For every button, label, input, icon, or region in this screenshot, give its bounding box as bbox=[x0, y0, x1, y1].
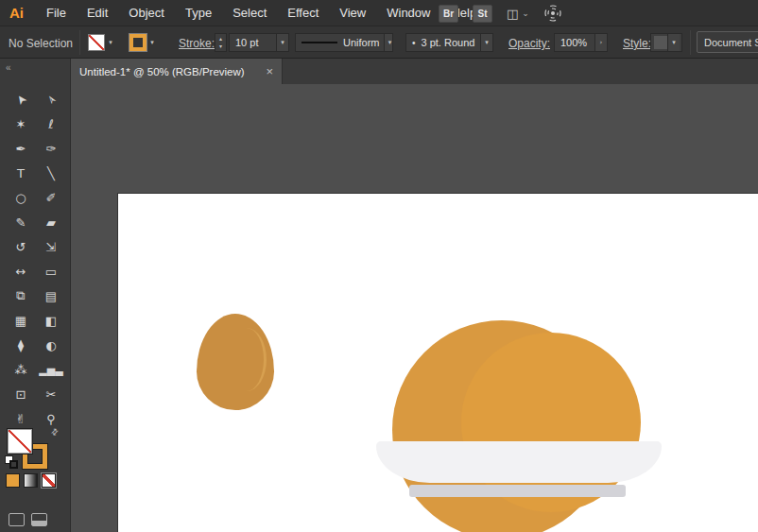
width-tool[interactable]: ↔ bbox=[6, 259, 36, 283]
artboard-tool[interactable]: ⊡ bbox=[6, 382, 36, 406]
control-bar: No Selection ▾ ▾ Stroke: ▴ ▾ 10 pt ▾ Uni… bbox=[0, 26, 758, 59]
free-transform-tool[interactable]: ▭ bbox=[36, 259, 66, 283]
stroke-weight-field[interactable]: 10 pt ▾ bbox=[229, 33, 289, 52]
stepper-up-icon[interactable]: ▴ bbox=[219, 35, 222, 43]
gradient-tool[interactable]: ◧ bbox=[36, 308, 66, 333]
tool-grid: ➤ ➢ ✶ ℓ ✒ ✑ T ╲ ○ ✐ ✎ ▰ ↺ ⇲ ↔ ▭ ⧉ ▤ ▦ ◧ … bbox=[6, 87, 66, 431]
egg-highlight bbox=[226, 328, 267, 391]
plate-shape[interactable] bbox=[376, 441, 662, 483]
canvas-pasteboard bbox=[71, 84, 758, 532]
fill-swatch-none[interactable] bbox=[88, 34, 105, 51]
close-icon[interactable]: × bbox=[266, 65, 273, 77]
hand-tool[interactable]: ✌ bbox=[6, 406, 36, 431]
line-segment-tool[interactable]: ╲ bbox=[36, 161, 66, 185]
workspace-icon: ◫ bbox=[507, 7, 518, 21]
bridge-button[interactable]: Br bbox=[439, 5, 458, 23]
menu-file[interactable]: File bbox=[36, 0, 77, 26]
menu-object[interactable]: Object bbox=[118, 0, 175, 26]
chevron-down-icon[interactable]: ▾ bbox=[276, 34, 288, 51]
chevron-down-icon[interactable]: ▾ bbox=[146, 34, 158, 51]
perspective-grid-tool[interactable]: ▤ bbox=[36, 283, 66, 308]
menu-items: File Edit Object Type Select Effect View… bbox=[36, 0, 487, 26]
menu-bar: Ai File Edit Object Type Select Effect V… bbox=[0, 0, 758, 26]
opacity-value[interactable]: 100% bbox=[555, 37, 594, 48]
style-label[interactable]: Style: bbox=[623, 37, 651, 50]
mesh-tool[interactable]: ▦ bbox=[6, 308, 36, 333]
plate-base-shape[interactable] bbox=[409, 485, 626, 497]
width-profile-value: Uniform bbox=[337, 37, 384, 48]
panel-arrow-icon[interactable]: › bbox=[594, 34, 607, 51]
symbol-sprayer-tool[interactable]: ⁂ bbox=[6, 357, 36, 382]
chevron-down-icon[interactable]: ▾ bbox=[384, 34, 393, 51]
menu-window[interactable]: Window bbox=[376, 0, 440, 26]
width-profile-preview bbox=[301, 42, 337, 43]
document-tab-bar: Untitled-1* @ 50% (RGB/Preview) × bbox=[71, 59, 758, 84]
curvature-tool[interactable]: ✑ bbox=[36, 136, 66, 161]
fill-color-proxy[interactable] bbox=[8, 429, 32, 454]
divider bbox=[690, 30, 691, 55]
direct-selection-tool-icon: ➢ bbox=[43, 91, 60, 108]
selection-tool-icon: ➤ bbox=[12, 91, 30, 108]
width-profile-dropdown[interactable]: Uniform ▾ bbox=[295, 33, 393, 52]
eyedropper-tool[interactable]: ⧫ bbox=[6, 333, 36, 357]
menu-effect[interactable]: Effect bbox=[277, 0, 329, 26]
screen-mode-icon[interactable] bbox=[31, 513, 47, 526]
chevron-down-icon[interactable]: ▾ bbox=[105, 34, 116, 51]
menu-select[interactable]: Select bbox=[222, 0, 277, 26]
menu-type[interactable]: Type bbox=[175, 0, 222, 26]
stepper-down-icon[interactable]: ▾ bbox=[219, 43, 222, 50]
paintbrush-tool[interactable]: ✐ bbox=[36, 185, 66, 210]
tools-panel: « ➤ ➢ ✶ ℓ ✒ ✑ T ╲ ○ ✐ ✎ ▰ ↺ ⇲ ↔ ▭ ⧉ ▤ ▦ … bbox=[0, 59, 71, 532]
brush-dropdown[interactable]: • 3 pt. Round ▾ bbox=[405, 33, 493, 52]
opacity-field[interactable]: 100% › bbox=[554, 33, 608, 52]
shape-builder-tool[interactable]: ⧉ bbox=[6, 283, 36, 308]
gradient-button[interactable] bbox=[24, 473, 38, 488]
menu-edit[interactable]: Edit bbox=[77, 0, 118, 26]
drawing-mode-icon[interactable] bbox=[9, 513, 25, 526]
style-dropdown[interactable]: ▾ bbox=[650, 33, 682, 52]
stroke-color-control[interactable]: ▾ bbox=[129, 34, 158, 51]
chevron-down-icon: ⌄ bbox=[522, 9, 529, 18]
collapse-panel-icon[interactable]: « bbox=[6, 62, 11, 73]
app-logo: Ai bbox=[9, 5, 24, 21]
stock-button[interactable]: St bbox=[473, 5, 492, 23]
stroke-weight-value[interactable]: 10 pt bbox=[230, 37, 276, 48]
chevron-down-icon[interactable]: ▾ bbox=[480, 34, 492, 51]
eraser-tool[interactable]: ▰ bbox=[36, 210, 66, 234]
blend-tool[interactable]: ◐ bbox=[36, 333, 66, 357]
lasso-tool[interactable]: ℓ bbox=[36, 112, 66, 136]
brush-value: 3 pt. Round bbox=[416, 37, 480, 48]
stroke-label[interactable]: Stroke: bbox=[179, 37, 215, 50]
direct-selection-tool[interactable]: ➢ bbox=[36, 87, 66, 112]
column-graph-tool[interactable]: ▂▅▃ bbox=[36, 357, 66, 382]
opacity-label[interactable]: Opacity: bbox=[508, 37, 550, 50]
workspace-switcher[interactable]: ◫ ⌄ bbox=[507, 7, 529, 21]
menu-right-icons: Br St ◫ ⌄ bbox=[439, 0, 562, 26]
pen-tool[interactable]: ✒ bbox=[6, 136, 36, 161]
share-screen-icon[interactable] bbox=[543, 5, 562, 22]
default-stroke-mini-icon[interactable] bbox=[9, 460, 18, 469]
document-tab[interactable]: Untitled-1* @ 50% (RGB/Preview) × bbox=[71, 59, 283, 84]
type-tool[interactable]: T bbox=[6, 161, 36, 185]
pencil-tool[interactable]: ✎ bbox=[6, 210, 36, 234]
illustrator-window: Ai File Edit Object Type Select Effect V… bbox=[0, 0, 758, 532]
scale-tool[interactable]: ⇲ bbox=[36, 234, 66, 259]
menu-view[interactable]: View bbox=[329, 0, 376, 26]
none-button[interactable] bbox=[42, 473, 56, 488]
selection-tool[interactable]: ➤ bbox=[6, 87, 36, 112]
chevron-down-icon[interactable]: ▾ bbox=[667, 34, 680, 51]
document-tab-title[interactable]: Untitled-1* @ 50% (RGB/Preview) bbox=[79, 66, 256, 77]
stroke-weight-stepper[interactable]: ▴ ▾ bbox=[215, 33, 227, 52]
fill-color-control[interactable]: ▾ bbox=[88, 34, 116, 51]
color-button[interactable] bbox=[6, 473, 20, 488]
document-setup-button[interactable]: Document S bbox=[697, 31, 758, 53]
selection-status: No Selection bbox=[9, 37, 73, 50]
rotate-tool[interactable]: ↺ bbox=[6, 234, 36, 259]
divider bbox=[79, 30, 80, 55]
magic-wand-tool[interactable]: ✶ bbox=[6, 112, 36, 136]
style-swatch-empty bbox=[654, 36, 667, 49]
slice-tool[interactable]: ✂ bbox=[36, 382, 66, 406]
stroke-swatch-orange[interactable] bbox=[129, 34, 146, 51]
ellipse-tool[interactable]: ○ bbox=[6, 185, 36, 210]
